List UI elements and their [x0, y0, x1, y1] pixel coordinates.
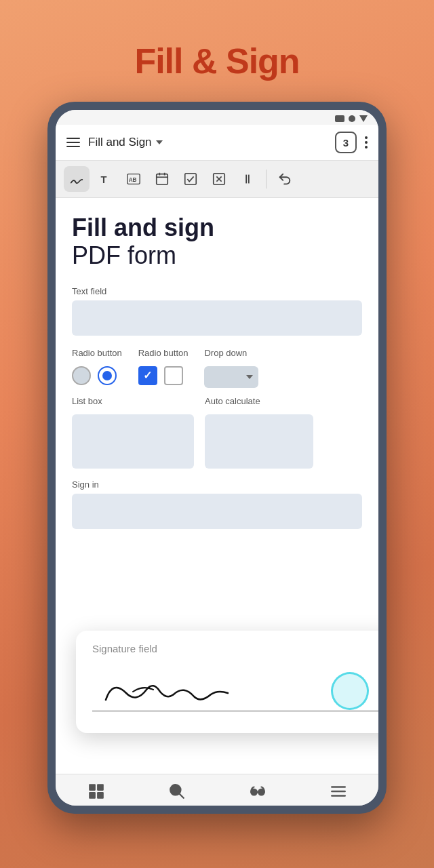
svg-rect-13: [89, 784, 96, 791]
signature-tool[interactable]: [64, 166, 90, 192]
dropdown-box[interactable]: [204, 366, 258, 388]
chevron-down-icon: [156, 140, 163, 144]
radio-1-unselected[interactable]: [72, 366, 91, 385]
signature-line: [92, 711, 378, 712]
hamburger-menu[interactable]: [66, 138, 80, 147]
checkmark-tool[interactable]: [178, 166, 203, 192]
dropdown-group: Drop down: [204, 348, 258, 388]
doc-title-bold: Fill and sign: [72, 214, 362, 241]
badge-number[interactable]: 3: [335, 132, 357, 153]
radio-group-1: Radio button: [72, 348, 122, 385]
bracket-tool[interactable]: [235, 166, 260, 192]
more-options-icon[interactable]: [365, 136, 368, 149]
nav-search[interactable]: [168, 783, 186, 800]
status-bar: [56, 110, 378, 125]
svg-rect-7: [185, 174, 197, 185]
auto-calc-box[interactable]: [205, 414, 313, 469]
checkbox-buttons: [138, 366, 189, 385]
text-field-label: Text field: [72, 286, 362, 296]
phone-screen: Fill and Sign 3 T: [56, 110, 378, 806]
sign-in-box[interactable]: [72, 494, 362, 529]
svg-rect-15: [89, 792, 96, 799]
svg-rect-14: [97, 784, 104, 791]
date-tool[interactable]: [149, 166, 175, 192]
page-title: Fill & Sign: [134, 41, 299, 81]
sign-in-label: Sign in: [72, 479, 362, 490]
wifi-icon: [359, 115, 368, 122]
list-box-label: List box: [72, 396, 194, 406]
radio-group-2-label: Radio button: [138, 348, 189, 358]
undo-tool[interactable]: [272, 166, 298, 192]
app-bar: Fill and Sign 3: [56, 125, 378, 161]
dropdown-label: Drop down: [204, 348, 258, 358]
list-auto-row: List box Auto calculate: [72, 396, 362, 469]
cross-tool[interactable]: [206, 166, 232, 192]
checkbox-unchecked[interactable]: [164, 366, 183, 385]
bottom-nav: [56, 774, 378, 806]
signature-field-label: Signature field: [92, 643, 378, 654]
radio-group-1-label: Radio button: [72, 348, 122, 358]
signature-area[interactable]: [92, 663, 378, 717]
app-bar-title[interactable]: Fill and Sign: [88, 136, 327, 149]
nav-menu[interactable]: [330, 783, 347, 800]
dropdown-arrow-icon: [246, 375, 253, 379]
svg-text:T: T: [101, 174, 107, 185]
doc-title-normal: PDF form: [72, 241, 362, 270]
battery-icon: [335, 115, 344, 122]
signature-card: Signature field: [76, 631, 378, 733]
auto-calc-label: Auto calculate: [205, 396, 313, 406]
list-box-group: List box: [72, 396, 194, 469]
svg-text:AB: AB: [129, 177, 137, 183]
auto-calc-group: Auto calculate: [205, 396, 313, 469]
text-field-box[interactable]: [72, 300, 362, 336]
svg-line-18: [179, 793, 184, 798]
list-box[interactable]: [72, 414, 194, 469]
radio-1-selected[interactable]: [98, 366, 117, 385]
sign-in-section: Sign in: [72, 479, 362, 529]
toolbar: T AB: [56, 161, 378, 198]
form-row-radio: Radio button Radio button Dr: [72, 348, 362, 388]
signature-svg: [92, 666, 241, 713]
radio-buttons-1: [72, 366, 122, 385]
nav-grid[interactable]: [87, 783, 105, 800]
initials-tool[interactable]: AB: [121, 166, 146, 192]
text-tool[interactable]: T: [92, 166, 118, 192]
nav-read[interactable]: [249, 783, 267, 800]
phone-frame: Fill and Sign 3 T: [47, 102, 387, 814]
radio-group-2: Radio button: [138, 348, 189, 385]
svg-rect-3: [157, 174, 168, 185]
signal-icon: [349, 115, 355, 122]
toolbar-separator: [266, 170, 267, 189]
svg-rect-16: [97, 792, 104, 799]
document-area: Fill and sign PDF form Text field Radio …: [56, 198, 378, 774]
checkbox-checked[interactable]: [138, 366, 157, 385]
signature-stamp: [331, 672, 369, 710]
